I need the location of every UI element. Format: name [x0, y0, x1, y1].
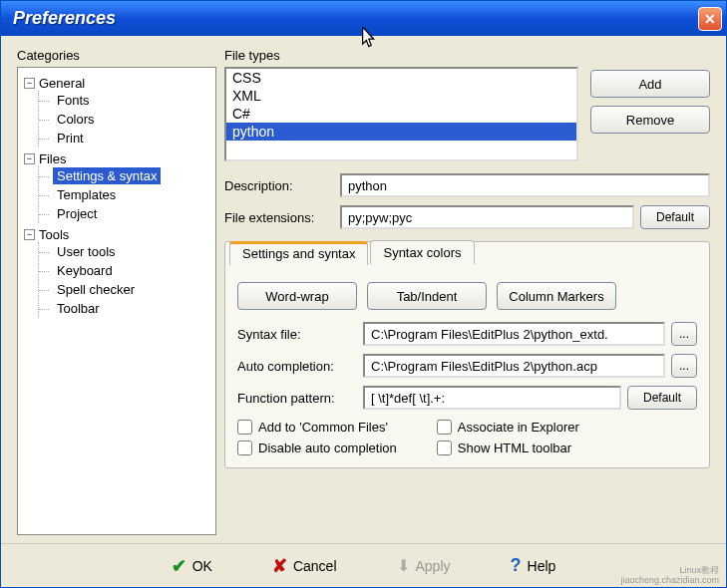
wordwrap-button[interactable]: Word-wrap	[237, 282, 357, 310]
check-disable-autocompletion[interactable]: Disable auto completion	[237, 441, 397, 455]
settings-panel: File types CSS XML C# python Add Remove …	[224, 48, 710, 535]
tab-panel: Settings and syntax Syntax colors Word-w…	[224, 241, 710, 468]
filetype-item-xml[interactable]: XML	[226, 87, 576, 105]
function-pattern-default-button[interactable]: Default	[627, 386, 697, 410]
apply-icon: ⬇	[397, 556, 410, 575]
tree-item-toolbar[interactable]: Toolbar	[39, 299, 209, 318]
check-show-html-toolbar-box[interactable]	[437, 441, 452, 455]
categories-tree[interactable]: − General Fonts Colors Print − Files	[17, 67, 216, 535]
tree-item-spell-checker[interactable]: Spell checker	[39, 280, 209, 299]
tabindent-button[interactable]: Tab/Indent	[367, 282, 487, 310]
tree-node-tools[interactable]: − Tools User tools Keyboard Spell checke…	[22, 225, 211, 320]
tree-item-keyboard[interactable]: Keyboard	[39, 261, 209, 280]
collapse-icon[interactable]: −	[24, 153, 35, 164]
filetype-item-python[interactable]: python	[226, 123, 576, 141]
check-associate-explorer[interactable]: Associate in Explorer	[437, 420, 579, 435]
tree-item-print[interactable]: Print	[39, 129, 209, 147]
help-icon: ?	[511, 555, 522, 576]
extensions-input[interactable]	[340, 205, 634, 229]
filetype-item-css[interactable]: CSS	[226, 69, 576, 87]
close-button[interactable]: ✕	[698, 7, 722, 31]
watermark: Linux教程 jiaocheng.chazidian.com	[620, 566, 719, 586]
add-button[interactable]: Add	[590, 70, 710, 98]
tree-item-colors[interactable]: Colors	[39, 110, 209, 129]
tree-node-general[interactable]: − General Fonts Colors Print	[22, 74, 211, 149]
categories-label: Categories	[17, 48, 216, 63]
remove-button[interactable]: Remove	[590, 106, 710, 134]
help-button[interactable]: ? Help	[501, 549, 566, 582]
column-markers-button[interactable]: Column Markers	[497, 282, 616, 310]
tree-item-user-tools[interactable]: User tools	[39, 242, 209, 261]
syntax-browse-button[interactable]: ...	[671, 322, 697, 346]
extensions-default-button[interactable]: Default	[640, 205, 710, 229]
tree-item-templates[interactable]: Templates	[39, 185, 209, 204]
tree-item-settings-syntax[interactable]: Settings & syntax	[39, 166, 209, 185]
check-associate-explorer-box[interactable]	[437, 420, 452, 435]
description-label: Description:	[224, 178, 334, 193]
apply-button[interactable]: ⬇ Apply	[387, 550, 461, 581]
cancel-button[interactable]: ✘ Cancel	[262, 549, 347, 583]
filetypes-listbox[interactable]: CSS XML C# python	[224, 67, 578, 161]
checkmark-icon: ✔	[172, 555, 186, 577]
collapse-icon[interactable]: −	[24, 78, 35, 89]
check-common-files-box[interactable]	[237, 420, 252, 435]
titlebar[interactable]: Preferences ✕	[1, 1, 726, 36]
bottom-bar: ✔ OK ✘ Cancel ⬇ Apply ? Help	[1, 543, 726, 587]
check-show-html-toolbar[interactable]: Show HTML toolbar	[437, 441, 579, 455]
tree-item-fonts[interactable]: Fonts	[39, 91, 209, 110]
check-common-files[interactable]: Add to 'Common Files'	[237, 420, 397, 435]
function-pattern-input[interactable]	[363, 386, 621, 410]
syntax-file-input[interactable]	[363, 322, 665, 346]
check-disable-autocompletion-box[interactable]	[237, 441, 252, 455]
categories-panel: Categories − General Fonts Colors Print	[17, 48, 216, 535]
ok-button[interactable]: ✔ OK	[162, 549, 222, 583]
window-title: Preferences	[13, 8, 116, 29]
autocompletion-browse-button[interactable]: ...	[671, 354, 697, 378]
content-area: Categories − General Fonts Colors Print	[1, 36, 726, 543]
tab-settings-syntax[interactable]: Settings and syntax	[229, 241, 368, 265]
preferences-window: Preferences ✕ Categories − General Fonts…	[0, 0, 727, 588]
function-pattern-label: Function pattern:	[237, 391, 357, 406]
tab-syntax-colors[interactable]: Syntax colors	[370, 240, 474, 264]
syntax-file-label: Syntax file:	[237, 327, 357, 342]
filetypes-label: File types	[224, 48, 578, 63]
close-icon: ✕	[704, 11, 716, 27]
autocompletion-label: Auto completion:	[237, 359, 357, 374]
collapse-icon[interactable]: −	[24, 229, 35, 240]
extensions-label: File extensions:	[224, 210, 334, 225]
description-input[interactable]	[340, 173, 710, 197]
tree-item-project[interactable]: Project	[39, 204, 209, 223]
filetype-item-csharp[interactable]: C#	[226, 105, 576, 123]
tree-node-files[interactable]: − Files Settings & syntax Templates Proj…	[22, 149, 211, 225]
autocompletion-input[interactable]	[363, 354, 665, 378]
x-icon: ✘	[272, 555, 287, 577]
